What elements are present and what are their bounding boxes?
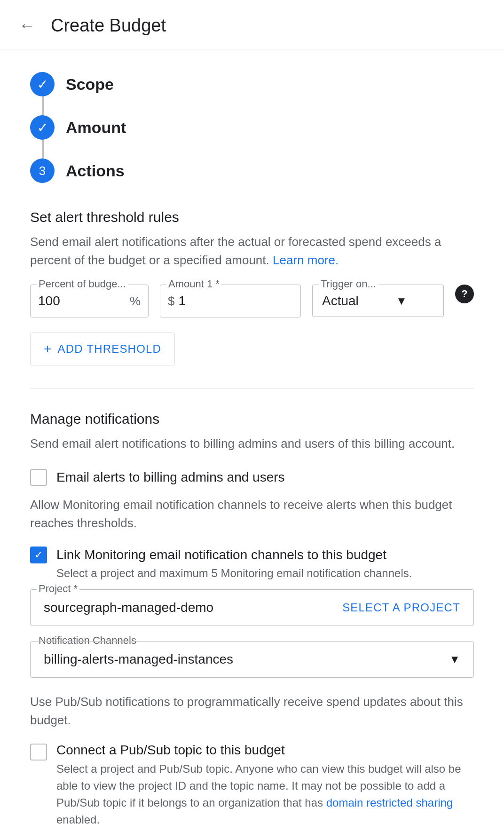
percent-budget-input[interactable] xyxy=(38,293,126,309)
step-amount-circle: ✓ xyxy=(30,115,55,140)
step-scope: ✓ Scope xyxy=(30,72,474,96)
trigger-label: Trigger on... xyxy=(319,278,378,290)
alert-section-desc: Send email alert notifications after the… xyxy=(30,233,474,269)
alert-section-title: Set alert threshold rules xyxy=(30,209,474,225)
percent-budget-label: Percent of budge... xyxy=(37,278,128,290)
notif-channels-container: Notification Channels billing-alerts-man… xyxy=(30,641,474,678)
checkmark-icon-2: ✓ xyxy=(37,120,48,135)
email-alerts-row: Email alerts to billing admins and users xyxy=(30,468,474,486)
connect-pubsub-label: Connect a Pub/Sub topic to this budget xyxy=(56,743,474,758)
pubsub-checkbox-content: Connect a Pub/Sub topic to this budget S… xyxy=(56,743,474,824)
pubsub-suffix: enabled. xyxy=(56,813,100,824)
connect-pubsub-sublabel: Select a project and Pub/Sub topic. Anyo… xyxy=(56,761,474,824)
select-project-button[interactable]: SELECT A PROJECT xyxy=(342,601,460,614)
trigger-field: Trigger on... Actual Forecasted ▼ xyxy=(312,285,444,317)
notif-channels-dropdown-icon: ▼ xyxy=(449,653,460,666)
back-button[interactable]: ← xyxy=(15,13,39,38)
trigger-dropdown-icon: ▼ xyxy=(396,294,407,308)
project-field-label: Project * xyxy=(37,583,79,595)
notif-channels-value: billing-alerts-managed-instances xyxy=(44,652,233,667)
email-alerts-label: Email alerts to billing admins and users xyxy=(56,468,285,486)
amount-field: Amount 1 * $ xyxy=(160,285,301,317)
dollar-prefix: $ xyxy=(168,294,174,309)
step-amount: ✓ Amount xyxy=(30,115,474,140)
link-monitoring-sublabel: Select a project and maximum 5 Monitorin… xyxy=(56,567,412,580)
stepper: ✓ Scope ✓ Amount 3 Actions xyxy=(30,72,474,183)
learn-more-link[interactable]: Learn more. xyxy=(273,253,339,267)
page-content: ✓ Scope ✓ Amount 3 Actions Set alert thr… xyxy=(0,49,504,824)
step-amount-label: Amount xyxy=(66,119,126,137)
project-field-container: Project * sourcegraph-managed-demo SELEC… xyxy=(30,589,474,626)
email-alerts-checkbox[interactable] xyxy=(30,469,47,486)
page-title: Create Budget xyxy=(51,16,166,36)
notifications-desc: Send email alert notifications to billin… xyxy=(30,435,474,453)
add-threshold-label: ADD THRESHOLD xyxy=(58,342,162,356)
notif-channels-field[interactable]: billing-alerts-managed-instances ▼ xyxy=(30,641,474,678)
step-actions: 3 Actions xyxy=(30,158,474,183)
link-monitoring-checkbox[interactable] xyxy=(30,547,47,563)
notifications-title: Manage notifications xyxy=(30,411,474,427)
checkmark-icon: ✓ xyxy=(37,77,48,92)
header: ← Create Budget xyxy=(0,0,504,49)
step-actions-circle: 3 xyxy=(30,158,55,183)
project-value: sourcegraph-managed-demo xyxy=(44,600,213,615)
help-icon[interactable]: ? xyxy=(455,285,474,303)
project-field: sourcegraph-managed-demo SELECT A PROJEC… xyxy=(30,589,474,626)
domain-restricted-link[interactable]: domain restricted sharing xyxy=(326,796,453,809)
step-connector-1 xyxy=(42,96,44,115)
step-connector-2 xyxy=(42,140,44,158)
pubsub-checkbox[interactable] xyxy=(30,744,47,761)
add-threshold-button[interactable]: + ADD THRESHOLD xyxy=(30,333,175,365)
pubsub-checkbox-row: Connect a Pub/Sub topic to this budget S… xyxy=(30,743,474,824)
monitoring-info-text: Allow Monitoring email notification chan… xyxy=(30,496,474,532)
alert-desc-text: Send email alert notifications after the… xyxy=(30,235,441,267)
percent-suffix: % xyxy=(130,294,141,309)
amount-label: Amount 1 * xyxy=(166,278,221,290)
notifications-section: Manage notifications Send email alert no… xyxy=(30,411,474,824)
pubsub-info-text: Use Pub/Sub notifications to programmati… xyxy=(30,693,474,729)
threshold-fields: Percent of budge... % Amount 1 * $ Trigg… xyxy=(30,285,474,317)
trigger-select[interactable]: Actual Forecasted xyxy=(322,293,388,308)
percent-budget-field: Percent of budge... % xyxy=(30,285,149,317)
alert-threshold-section: Set alert threshold rules Send email ale… xyxy=(30,209,474,365)
step-scope-circle: ✓ xyxy=(30,72,55,96)
step-scope-label: Scope xyxy=(66,75,114,94)
link-monitoring-text: Link Monitoring email notification chann… xyxy=(56,546,412,580)
step-actions-label: Actions xyxy=(66,162,125,180)
amount-input[interactable] xyxy=(178,293,293,309)
link-monitoring-row: Link Monitoring email notification chann… xyxy=(30,546,474,580)
step-actions-number: 3 xyxy=(39,164,46,178)
plus-icon: + xyxy=(44,341,52,357)
link-monitoring-label: Link Monitoring email notification chann… xyxy=(56,546,412,564)
section-divider-1 xyxy=(30,388,474,388)
